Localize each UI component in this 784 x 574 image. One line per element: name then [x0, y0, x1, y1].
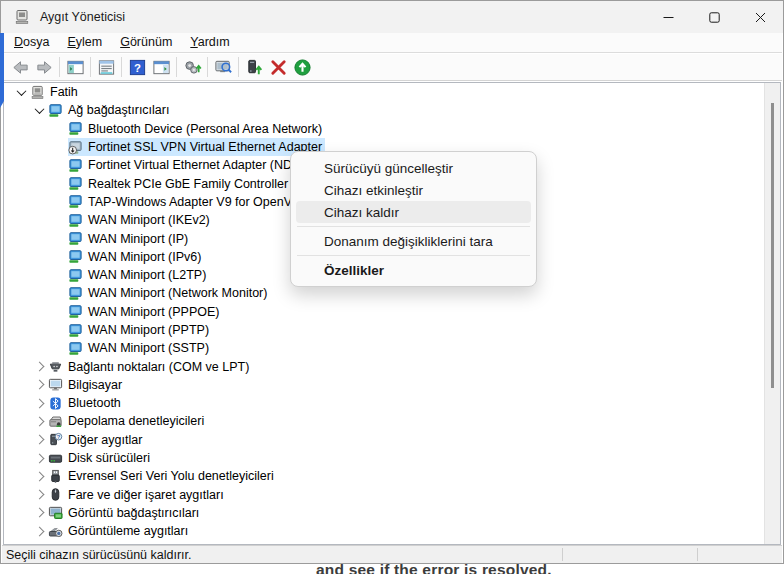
tree-item[interactable]: Görüntüleme aygıtları — [4, 522, 764, 540]
tree-item[interactable]: Bluetooth — [4, 394, 764, 412]
tree-item[interactable]: Evrensel Seri Veri Yolu denetleyicileri — [4, 467, 764, 485]
tree-expander-icon[interactable] — [30, 436, 48, 443]
tree-expander-icon[interactable] — [30, 491, 48, 498]
tree-item-label: Ağ bağdaştırıcıları — [68, 103, 169, 117]
context-menu-item-label: Donanım değişikliklerini tara — [324, 234, 493, 249]
show-action-pane-button[interactable] — [149, 56, 173, 78]
tree-item-content[interactable]: WAN Miniport (IPv6) — [68, 248, 204, 266]
tree-item-content[interactable]: Bluetooth — [48, 394, 124, 412]
context-menu-item[interactable] — [297, 255, 530, 256]
tree-item-content[interactable]: Bilgisayar — [48, 376, 125, 394]
tree-expander-icon[interactable] — [30, 528, 48, 535]
scrollbar-thumb[interactable] — [771, 103, 774, 388]
tree-item-content[interactable]: WAN Miniport (Network Monitor) — [68, 284, 270, 302]
menu-item[interactable]: Yardım — [181, 33, 238, 52]
tree-expander-icon[interactable] — [30, 107, 48, 114]
tree-item[interactable]: Ağ bağdaştırıcıları — [4, 101, 764, 119]
context-menu-item[interactable]: Donanım değişikliklerini tara — [296, 230, 531, 252]
menu-item[interactable]: Dosya — [5, 33, 58, 52]
show-console-tree-button[interactable] — [63, 56, 87, 78]
menu-item[interactable]: Eylem — [58, 33, 111, 52]
tree-expander-icon[interactable] — [12, 89, 30, 96]
update-driver-button[interactable] — [242, 56, 266, 78]
device-icon — [68, 121, 83, 136]
tree-item-content[interactable]: WAN Miniport (PPPOE) — [68, 303, 223, 321]
tree-item-label: TAP-Windows Adapter V9 for OpenVPN — [88, 195, 309, 209]
tree-item[interactable]: Bilgisayar — [4, 376, 764, 394]
tree-item-label: Bluetooth — [68, 396, 121, 410]
tree-expander-icon[interactable] — [30, 418, 48, 425]
tree-item-content[interactable]: Bluetooth Device (Personal Area Network) — [68, 120, 325, 138]
tree-expander-icon[interactable] — [30, 363, 48, 370]
tree-expander-icon[interactable] — [30, 381, 48, 388]
toolbar-separator — [59, 57, 60, 77]
tree-item-content[interactable]: Fatih — [30, 83, 81, 101]
tree-item[interactable]: Bağlantı noktaları (COM ve LPT) — [4, 357, 764, 375]
tree-item-content[interactable]: WAN Miniport (IKEv2) — [68, 211, 213, 229]
tree-item-content[interactable]: Depolama denetleyicileri — [48, 412, 207, 430]
enable-device-button[interactable] — [290, 56, 314, 78]
tree-item[interactable]: Fare ve diğer işaret aygıtları — [4, 486, 764, 504]
tree-expander-icon[interactable] — [30, 455, 48, 462]
tree-item[interactable]: Bluetooth Device (Personal Area Network) — [4, 120, 764, 138]
context-menu-item[interactable] — [297, 226, 530, 227]
device-icon — [68, 176, 83, 191]
toolbar-separator — [238, 57, 239, 77]
tree-item[interactable]: WAN Miniport (PPPOE) — [4, 303, 764, 321]
forward-button[interactable] — [32, 56, 56, 78]
tree-item-label: Disk sürücüleri — [68, 451, 150, 465]
tree-item-label: WAN Miniport (Network Monitor) — [88, 286, 267, 300]
tree-item[interactable]: Depolama denetleyicileri — [4, 412, 764, 430]
tree-item-content[interactable]: WAN Miniport (SSTP) — [68, 339, 212, 357]
back-icon — [11, 58, 30, 77]
context-menu-item[interactable]: Sürücüyü güncelleştir — [296, 157, 531, 179]
tree-item-content[interactable]: WAN Miniport (PPTP) — [68, 321, 212, 339]
tree-item-content[interactable]: Evrensel Seri Veri Yolu denetleyicileri — [48, 467, 277, 485]
tree-item[interactable]: Fatih — [4, 83, 764, 101]
tree-item-content[interactable]: Ağ bağdaştırıcıları — [48, 101, 172, 119]
minimize-button[interactable] — [645, 1, 691, 33]
scan-hardware-changes-button[interactable] — [180, 56, 204, 78]
maximize-button[interactable] — [691, 1, 737, 33]
device-icon — [68, 194, 83, 209]
tree-item[interactable]: Diğer aygıtlar — [4, 431, 764, 449]
tree-expander-icon[interactable] — [30, 509, 48, 516]
menu-item[interactable]: Görünüm — [111, 33, 181, 52]
tree-item-label: WAN Miniport (SSTP) — [88, 341, 209, 355]
tree-item-content[interactable]: WAN Miniport (IP) — [68, 229, 191, 247]
properties-button[interactable] — [94, 56, 118, 78]
tree-item-content[interactable]: Bağlantı noktaları (COM ve LPT) — [48, 357, 252, 375]
vertical-scrollbar[interactable] — [764, 83, 780, 544]
tree-item-content[interactable]: Realtek PCIe GbE Family Controller — [68, 174, 291, 192]
context-menu-item[interactable]: Özellikler — [296, 259, 531, 281]
tree-item-label: WAN Miniport (PPTP) — [88, 323, 209, 337]
context-menu-item[interactable]: Cihazı kaldır — [296, 201, 531, 223]
tree-item[interactable]: WAN Miniport (PPTP) — [4, 321, 764, 339]
screen: and see if the error is resolved. Aygıt … — [0, 0, 784, 574]
tree-item[interactable]: Disk sürücüleri — [4, 449, 764, 467]
action-pane-icon — [152, 58, 171, 77]
device-icon — [68, 323, 83, 338]
tree-item-content[interactable]: TAP-Windows Adapter V9 for OpenVPN — [68, 193, 312, 211]
tree-item[interactable]: WAN Miniport (Network Monitor) — [4, 284, 764, 302]
tree-item-content[interactable]: Disk sürücüleri — [48, 449, 153, 467]
tree-item-content[interactable]: Diğer aygıtlar — [48, 431, 145, 449]
remote-computer-button[interactable] — [211, 56, 235, 78]
help-button[interactable]: ? — [125, 56, 149, 78]
tree-item-content[interactable]: WAN Miniport (L2TP) — [68, 266, 209, 284]
tree-item-content[interactable]: Fortinet SSL VPN Virtual Ethernet Adapte… — [68, 138, 325, 156]
close-button[interactable] — [737, 1, 783, 33]
device-icon — [68, 231, 83, 246]
tree-item-content[interactable]: Görüntü bağdaştırıcıları — [48, 504, 202, 522]
tree-item-content[interactable]: Fortinet Virtual Ethernet Adapter (NDIS — [68, 156, 307, 174]
tree-item[interactable]: WAN Miniport (SSTP) — [4, 339, 764, 357]
tree-item-label: Bağlantı noktaları (COM ve LPT) — [68, 360, 249, 374]
context-menu-item[interactable]: Cihazı etkinleştir — [296, 179, 531, 201]
tree-expander-icon[interactable] — [30, 473, 48, 480]
tree-expander-icon[interactable] — [30, 400, 48, 407]
tree-item-content[interactable]: Fare ve diğer işaret aygıtları — [48, 486, 227, 504]
tree-item-content[interactable]: Görüntüleme aygıtları — [48, 522, 191, 540]
tree-item[interactable]: Görüntü bağdaştırıcıları — [4, 504, 764, 522]
uninstall-device-button[interactable] — [266, 56, 290, 78]
back-button[interactable] — [8, 56, 32, 78]
